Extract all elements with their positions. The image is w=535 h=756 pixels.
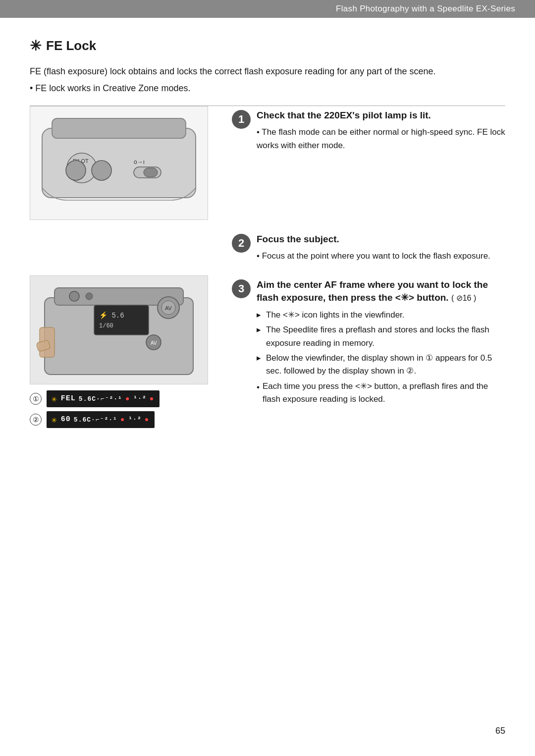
display-circle-2: ② (30, 414, 42, 426)
svg-point-5 (92, 161, 111, 180)
step-3-header: 3 Aim the center AF frame where you want… (232, 278, 505, 408)
step-2-header: 2 Focus the subject. • Focus at the poin… (232, 233, 505, 266)
step-1-body: • The flash mode can be either normal or… (257, 126, 505, 152)
svg-text:1/60: 1/60 (99, 323, 113, 329)
header-title: Flash Photography with a Speedlite EX-Se… (336, 4, 515, 14)
step-2-content: 2 Focus the subject. • Focus at the poin… (218, 230, 505, 266)
lcd-fel-text: FEL (61, 394, 76, 403)
camera-svg: ⚡ 5.6 1/60 AV AV (35, 278, 203, 382)
svg-rect-1 (52, 118, 186, 138)
section-title-text: FE Lock (46, 38, 96, 54)
lcd-dot-2: ● (120, 416, 125, 424)
camera-image: ⚡ 5.6 1/60 AV AV (30, 275, 208, 384)
flash-unit-svg: PILOT o→ı (37, 113, 201, 213)
step-1-header: 1 Check that the 220EX's pilot lamp is l… (232, 109, 505, 155)
page-content: ✳ FE Lock FE (flash exposure) lock obtai… (0, 18, 535, 472)
step-3-title: Aim the center AF frame where you want t… (257, 278, 505, 305)
intro-text-line1: FE (flash exposure) lock obtains and loc… (30, 65, 505, 79)
svg-rect-11 (94, 305, 149, 335)
step-1-title: Check that the 220EX's pilot lamp is lit… (257, 109, 505, 122)
step-3-content: 3 Aim the center AF frame where you want… (218, 275, 505, 408)
svg-rect-8 (144, 168, 158, 177)
lcd-speed-text: 60 (61, 415, 71, 424)
lcd-dot-1b: ● (150, 395, 155, 403)
step-3-body: ▸ The <✳> icon lights in the viewfinder.… (257, 309, 505, 406)
display-panel-row-2: ② ✳ 60 5.6C·⌐⁻²·¹ ● ¹·² ● (30, 411, 208, 428)
step-1-image-area: PILOT o→ı (30, 106, 218, 220)
lcd-asterisk-2: ✳ (52, 414, 58, 425)
step-1-bullet-1: • The flash mode can be either normal or… (257, 126, 505, 152)
step-1-row: PILOT o→ı (30, 106, 505, 220)
step-1-content: 1 Check that the 220EX's pilot lamp is l… (218, 106, 505, 155)
svg-point-4 (66, 161, 86, 180)
flash-unit-image: PILOT o→ı (30, 106, 208, 220)
display-panels: ① ✳ FEL 5.6C·⌐⁻²·¹ ● ¹·² ● ② (30, 390, 208, 432)
svg-point-15 (86, 293, 93, 300)
step-3-bullet-2: ▸ The Speedlite fires a preflash and sto… (257, 324, 505, 350)
step-3-bullet-4: • Each time you press the <✳> button, a … (257, 380, 505, 406)
step-3-row: ⚡ 5.6 1/60 AV AV (30, 275, 505, 432)
arrow-icon-1: ▸ (257, 309, 261, 322)
section-title: ✳ FE Lock (30, 38, 505, 54)
asterisk-icon: ✳ (30, 38, 41, 54)
step-2-bullet-1: • Focus at the point where you want to l… (257, 250, 490, 263)
header-bar: Flash Photography with a Speedlite EX-Se… (0, 0, 535, 18)
step-1-number: 1 (232, 110, 251, 129)
intro-text-line2: • FE lock works in Creative Zone modes. (30, 82, 505, 96)
step-2-row: 2 Focus the subject. • Focus at the poin… (30, 230, 505, 266)
lcd-exposure-2: 5.6C·⌐⁻²·¹ (74, 416, 117, 424)
svg-text:o→ı: o→ı (134, 159, 145, 165)
step-3-number: 3 (232, 279, 251, 298)
lcd-panel-2: ✳ 60 5.6C·⌐⁻²·¹ ● ¹·² ● (47, 411, 155, 428)
svg-text:⚡ 5.6: ⚡ 5.6 (99, 311, 124, 320)
display-panel-row-1: ① ✳ FEL 5.6C·⌐⁻²·¹ ● ¹·² ● (30, 390, 208, 407)
bullet-dot-4: • (257, 381, 260, 406)
display-circle-1: ① (30, 393, 42, 405)
lcd-exposure-1: 5.6C·⌐⁻²·¹ (79, 395, 122, 403)
svg-text:AV: AV (165, 305, 172, 311)
arrow-icon-3: ▸ (257, 352, 261, 378)
step-2-number: 2 (232, 234, 251, 253)
svg-text:AV: AV (151, 340, 157, 346)
step-3-bullet-3: ▸ Below the viewfinder, the display show… (257, 352, 505, 378)
arrow-icon-2: ▸ (257, 324, 261, 350)
step-3-left: ⚡ 5.6 1/60 AV AV (30, 275, 218, 432)
lcd-dot-2b: ● (145, 416, 150, 424)
lcd-panel-1: ✳ FEL 5.6C·⌐⁻²·¹ ● ¹·² ● (47, 390, 160, 407)
lcd-exposure-2b: ¹·² (128, 416, 141, 423)
lcd-exposure-1b: ¹·² (133, 395, 146, 402)
lcd-dot-1: ● (125, 395, 130, 403)
svg-point-14 (69, 291, 79, 301)
step-2-body: • Focus at the point where you want to l… (257, 250, 490, 263)
steps-container: PILOT o→ı (30, 106, 505, 432)
step-3-bullet-1: ▸ The <✳> icon lights in the viewfinder. (257, 309, 505, 322)
step-2-title: Focus the subject. (257, 233, 490, 246)
page-number: 65 (495, 726, 505, 736)
lcd-asterisk-1: ✳ (52, 393, 58, 404)
